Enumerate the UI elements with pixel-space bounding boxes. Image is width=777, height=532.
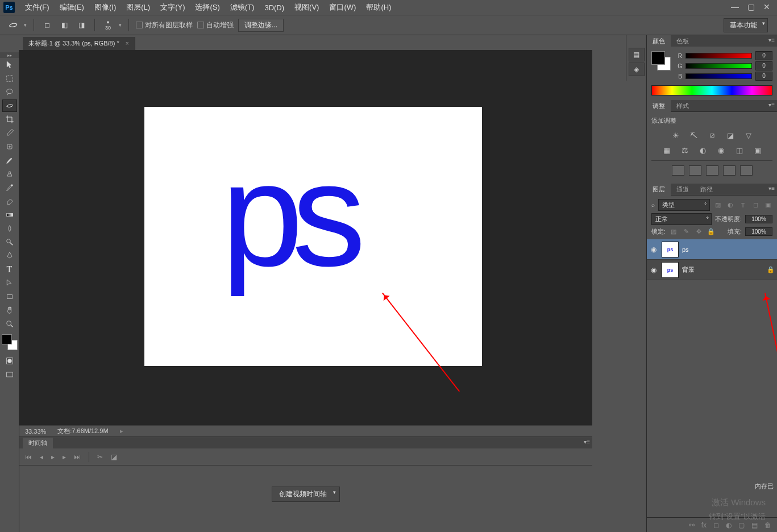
timeline-next-frame-icon[interactable]: ▸ xyxy=(63,453,66,461)
eyedropper-tool[interactable] xyxy=(2,127,17,139)
hand-tool[interactable] xyxy=(2,304,17,317)
timeline-menu-icon[interactable]: ▾≡ xyxy=(584,439,590,445)
clone-stamp-tool[interactable] xyxy=(2,168,17,180)
crop-tool[interactable] xyxy=(2,113,17,126)
color-panel-tab[interactable]: 颜色 xyxy=(647,35,671,47)
close-tab-icon[interactable]: × xyxy=(126,40,129,47)
green-slider[interactable] xyxy=(685,63,752,69)
link-layers-icon[interactable]: ⚯ xyxy=(689,521,695,529)
adjustment-preset-5[interactable] xyxy=(740,165,753,176)
refine-edge-button[interactable]: 调整边缘... xyxy=(238,19,284,32)
brightness-adjustment-icon[interactable]: ☀ xyxy=(670,130,682,141)
current-tool-icon[interactable] xyxy=(7,19,19,31)
timeline-cut-icon[interactable]: ✂ xyxy=(97,453,103,461)
bw-adjustment-icon[interactable]: ◐ xyxy=(697,144,709,156)
doc-size-info[interactable]: 文档:7.66M/12.9M xyxy=(57,427,108,435)
window-maximize-button[interactable]: ▢ xyxy=(743,1,759,13)
green-value-input[interactable]: 0 xyxy=(755,61,772,70)
adjustments-panel-menu-icon[interactable]: ▾≡ xyxy=(768,102,775,108)
curves-adjustment-icon[interactable]: ⧄ xyxy=(706,130,718,141)
layer-item[interactable]: ◉ ps ps xyxy=(647,239,777,260)
red-slider[interactable] xyxy=(685,53,752,59)
menu-type[interactable]: 文字(Y) xyxy=(156,1,189,14)
color-panel-menu-icon[interactable]: ▾≡ xyxy=(768,37,775,43)
toolbar-expand-button[interactable]: ▸▸ xyxy=(0,52,19,58)
vibrance-adjustment-icon[interactable]: ▽ xyxy=(742,130,755,141)
lock-position-icon[interactable]: ✥ xyxy=(694,228,703,236)
color-preview-swatches[interactable] xyxy=(651,51,671,70)
layer-thumbnail[interactable]: ps xyxy=(662,262,679,278)
screen-mode-tool[interactable] xyxy=(2,368,17,381)
rectangle-tool[interactable] xyxy=(2,290,17,303)
channel-mixer-adjustment-icon[interactable]: ◫ xyxy=(733,144,746,156)
menu-3d[interactable]: 3D(D) xyxy=(260,2,289,14)
layers-panel-tab[interactable]: 图层 xyxy=(647,184,671,196)
adjustment-preset-2[interactable] xyxy=(689,165,701,176)
color-spectrum[interactable] xyxy=(651,85,772,95)
gradient-tool[interactable] xyxy=(2,209,17,221)
hue-adjustment-icon[interactable]: ▦ xyxy=(660,144,673,156)
quick-mask-tool[interactable] xyxy=(2,355,17,367)
eraser-tool[interactable] xyxy=(2,195,17,207)
new-group-icon[interactable]: ▢ xyxy=(738,521,745,529)
filter-smart-icon[interactable]: ▣ xyxy=(763,201,772,209)
move-tool[interactable] xyxy=(2,59,17,71)
new-selection-icon[interactable]: ◻ xyxy=(41,19,53,31)
quick-selection-tool[interactable] xyxy=(2,99,17,112)
dodge-tool[interactable] xyxy=(2,236,17,248)
blend-mode-select[interactable]: 正常 xyxy=(651,213,712,225)
filter-type-icon[interactable]: T xyxy=(738,201,747,209)
timeline-play-icon[interactable]: ▸ xyxy=(51,453,55,461)
red-value-input[interactable]: 0 xyxy=(755,51,772,60)
adjustments-panel-tab[interactable]: 调整 xyxy=(647,100,671,112)
channels-panel-tab[interactable]: 通道 xyxy=(671,184,695,196)
color-balance-adjustment-icon[interactable]: ⚖ xyxy=(679,144,691,156)
timeline-last-frame-icon[interactable]: ⏭ xyxy=(74,453,81,461)
history-brush-tool[interactable] xyxy=(2,181,17,194)
photo-filter-adjustment-icon[interactable]: ◉ xyxy=(715,144,728,156)
marquee-tool[interactable] xyxy=(2,72,17,85)
layer-visibility-icon[interactable]: ◉ xyxy=(649,246,658,253)
exposure-adjustment-icon[interactable]: ◪ xyxy=(724,130,737,141)
layer-thumbnail[interactable]: ps xyxy=(662,242,679,257)
workspace-switcher[interactable]: 基本功能 xyxy=(724,18,768,32)
blue-slider[interactable] xyxy=(685,73,752,79)
properties-panel-icon[interactable]: ◈ xyxy=(629,63,645,76)
lock-paint-icon[interactable]: ✎ xyxy=(682,228,691,236)
swatches-panel-tab[interactable]: 色板 xyxy=(671,35,695,47)
layer-item[interactable]: ◉ ps 背景 🔒 xyxy=(647,260,777,280)
canvas[interactable]: ps xyxy=(144,107,482,366)
path-selection-tool[interactable] xyxy=(2,277,17,289)
menu-help[interactable]: 帮助(H) xyxy=(362,1,396,14)
brush-tool[interactable] xyxy=(2,154,17,167)
menu-select[interactable]: 选择(S) xyxy=(190,1,224,14)
filter-shape-icon[interactable]: ◻ xyxy=(751,201,760,209)
adjustment-preset-4[interactable] xyxy=(723,165,736,176)
layer-mask-icon[interactable]: ◻ xyxy=(713,521,719,529)
menu-filter[interactable]: 滤镜(T) xyxy=(226,1,259,14)
brush-preset-icon[interactable]: ●30 xyxy=(102,19,114,31)
adjustment-preset-3[interactable] xyxy=(706,165,718,176)
auto-enhance-checkbox[interactable]: 自动增强 xyxy=(197,20,234,30)
sample-all-layers-checkbox[interactable]: 对所有图层取样 xyxy=(136,20,193,30)
type-tool[interactable]: T xyxy=(2,263,17,276)
color-swatches[interactable] xyxy=(2,334,18,350)
levels-adjustment-icon[interactable]: ⛏ xyxy=(688,130,700,141)
blue-value-input[interactable]: 0 xyxy=(755,72,772,81)
lock-transparency-icon[interactable]: ▨ xyxy=(669,228,678,236)
blur-tool[interactable] xyxy=(2,222,17,235)
timeline-tab[interactable]: 时间轴 xyxy=(23,438,53,448)
menu-file[interactable]: 文件(F) xyxy=(20,1,54,14)
fill-input[interactable]: 100% xyxy=(745,227,772,236)
canvas-area[interactable]: ps xyxy=(19,50,592,425)
window-close-button[interactable]: ✕ xyxy=(759,1,775,13)
timeline-transition-icon[interactable]: ◪ xyxy=(111,453,117,461)
add-selection-icon[interactable]: ◧ xyxy=(58,19,70,31)
layer-lock-icon[interactable]: 🔒 xyxy=(767,266,775,273)
layer-name-label[interactable]: ps xyxy=(682,246,775,253)
opacity-input[interactable]: 100% xyxy=(745,215,772,223)
layer-filter-type-select[interactable]: 类型 xyxy=(658,199,710,211)
filter-adjustment-icon[interactable]: ◐ xyxy=(726,201,735,209)
pen-tool[interactable] xyxy=(2,250,17,262)
timeline-prev-frame-icon[interactable]: ◂ xyxy=(40,453,43,461)
